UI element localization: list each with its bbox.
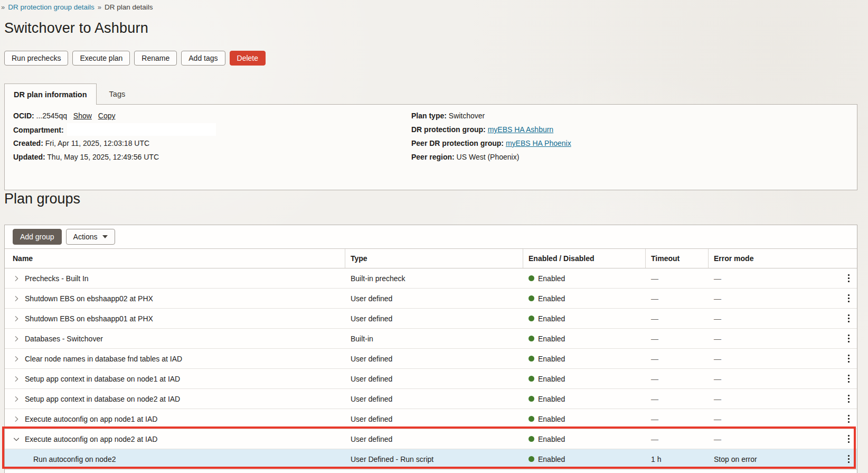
row-timeout: 1 h: [646, 455, 709, 463]
table-row[interactable]: Shutdown EBS on ebshaapp01 at PHX User d…: [5, 309, 857, 329]
row-status: Enabled: [523, 455, 646, 463]
row-error-mode: Stop on error: [709, 455, 830, 463]
row-status-label: Enabled: [538, 455, 565, 463]
ocid-show-link[interactable]: Show: [73, 112, 92, 120]
row-error-mode: —: [709, 435, 830, 443]
add-group-button[interactable]: Add group: [13, 229, 62, 245]
row-timeout: —: [646, 314, 709, 323]
ocid-field: OCID: ...2545qq Show Copy: [13, 112, 115, 120]
ocid-copy-link[interactable]: Copy: [98, 112, 116, 120]
row-timeout: —: [646, 415, 709, 423]
delete-button[interactable]: Delete: [230, 51, 266, 66]
actions-dropdown-label: Actions: [73, 233, 98, 241]
expand-chevron-icon[interactable]: [13, 415, 20, 423]
execute-plan-button[interactable]: Execute plan: [72, 51, 130, 66]
row-timeout: —: [646, 274, 709, 283]
row-name: Execute autoconfig on app node2 at IAD: [25, 435, 157, 443]
row-kebab-menu-icon[interactable]: [841, 372, 856, 386]
row-status-label: Enabled: [538, 294, 565, 303]
row-status-label: Enabled: [538, 274, 565, 283]
row-timeout: —: [646, 355, 709, 363]
row-name: Execute autoconfig on app node1 at IAD: [25, 415, 157, 423]
row-status: Enabled: [523, 335, 646, 343]
plan-groups-heading: Plan groups: [4, 191, 80, 207]
expand-chevron-icon[interactable]: [13, 355, 20, 363]
row-status-label: Enabled: [538, 375, 565, 383]
expand-chevron-icon[interactable]: [13, 295, 20, 302]
peer-region-field: Peer region: US West (Phoenix): [411, 153, 519, 161]
row-error-mode: —: [709, 415, 830, 423]
table-row[interactable]: Run autoconfig on node2 User Defined - R…: [5, 449, 857, 469]
expand-chevron-icon[interactable]: [13, 395, 20, 403]
table-row[interactable]: Execute autoconfig on app node1 at IAD U…: [5, 409, 857, 429]
table-row[interactable]: Execute autoconfig on app node2 at IAD U…: [5, 429, 857, 449]
table-row[interactable]: Databases - Switchover Built-in Enabled …: [5, 329, 857, 349]
row-name: Setup app context in database on node1 a…: [25, 375, 180, 383]
row-kebab-menu-icon[interactable]: [841, 452, 856, 467]
row-status: Enabled: [523, 355, 646, 363]
row-error-mode: —: [709, 314, 830, 323]
row-status-label: Enabled: [538, 435, 565, 443]
row-kebab-menu-icon[interactable]: [841, 432, 856, 447]
run-prechecks-button[interactable]: Run prechecks: [4, 51, 68, 66]
breadcrumb-chevron-icon: »: [1, 3, 5, 11]
table-row[interactable]: Setup app context in database on node1 a…: [5, 369, 857, 389]
row-name: Run autoconfig on node2: [33, 455, 116, 463]
enabled-status-dot-icon: [529, 316, 534, 321]
row-kebab-menu-icon[interactable]: [841, 331, 856, 346]
tab-dr-plan-information[interactable]: DR plan information: [4, 84, 97, 105]
expand-chevron-icon[interactable]: [13, 275, 20, 282]
table-row[interactable]: Prechecks - Built In Built-in precheck E…: [5, 268, 857, 289]
expand-chevron-icon[interactable]: [13, 435, 20, 443]
breadcrumb-current: DR plan details: [105, 3, 153, 11]
enabled-status-dot-icon: [529, 456, 534, 462]
row-timeout: —: [646, 294, 709, 303]
created-value: Fri, Apr 11, 2025, 12:03:18 UTC: [45, 139, 149, 147]
ocid-label: OCID:: [13, 112, 34, 120]
plan-type-label: Plan type:: [411, 112, 447, 120]
row-kebab-menu-icon[interactable]: [841, 311, 856, 326]
enabled-status-dot-icon: [529, 416, 534, 422]
detail-tabs: DR plan information Tags: [4, 84, 138, 105]
row-kebab-menu-icon[interactable]: [841, 291, 856, 306]
dr-protection-group-label: DR protection group:: [411, 125, 486, 134]
add-tags-button[interactable]: Add tags: [181, 51, 225, 66]
expand-chevron-icon[interactable]: [13, 335, 20, 342]
row-name: Shutdown EBS on ebshaapp01 at PHX: [25, 314, 153, 323]
plan-groups-table-body: Prechecks - Built In Built-in precheck E…: [5, 268, 857, 469]
table-row[interactable]: Clear node names in database fnd tables …: [5, 349, 857, 369]
table-row[interactable]: Setup app context in database on node2 a…: [5, 389, 857, 409]
breadcrumb-separator-icon: »: [98, 3, 101, 11]
actions-dropdown-button[interactable]: Actions: [66, 229, 115, 245]
plan-groups-table-header: Name Type Enabled / Disabled Timeout Err…: [5, 248, 857, 268]
updated-value: Thu, May 15, 2025, 12:49:56 UTC: [47, 153, 159, 161]
dr-protection-group-link[interactable]: myEBS HA Ashburn: [488, 125, 554, 134]
row-error-mode: —: [709, 274, 830, 283]
breadcrumb-link-dr-protection-group-details[interactable]: DR protection group details: [8, 3, 95, 11]
breadcrumb: » DR protection group details » DR plan …: [1, 3, 153, 11]
row-error-mode: —: [709, 294, 830, 303]
row-timeout: —: [646, 395, 709, 403]
compartment-label: Compartment:: [13, 126, 64, 134]
column-header-timeout: Timeout: [646, 249, 709, 268]
row-kebab-menu-icon[interactable]: [841, 392, 856, 406]
plan-type-field: Plan type: Switchover: [411, 112, 485, 120]
enabled-status-dot-icon: [529, 336, 534, 341]
expand-chevron-icon[interactable]: [13, 375, 20, 383]
table-row[interactable]: Shutdown EBS on ebshaapp02 at PHX User d…: [5, 289, 857, 309]
row-status-label: Enabled: [538, 335, 565, 343]
rename-button[interactable]: Rename: [134, 51, 177, 66]
expand-chevron-icon[interactable]: [13, 315, 20, 322]
row-timeout: —: [646, 375, 709, 383]
row-status: Enabled: [523, 274, 646, 283]
row-kebab-menu-icon[interactable]: [841, 412, 856, 426]
peer-dr-protection-group-link[interactable]: myEBS HA Phoenix: [506, 139, 571, 147]
row-kebab-menu-icon[interactable]: [841, 351, 856, 366]
column-header-enabled-disabled: Enabled / Disabled: [523, 249, 646, 268]
tab-tags[interactable]: Tags: [97, 84, 138, 105]
caret-down-icon: [102, 235, 108, 238]
row-type: Built-in: [345, 335, 523, 343]
row-error-mode: —: [709, 335, 830, 343]
row-error-mode: —: [709, 355, 830, 363]
row-kebab-menu-icon[interactable]: [841, 271, 856, 286]
